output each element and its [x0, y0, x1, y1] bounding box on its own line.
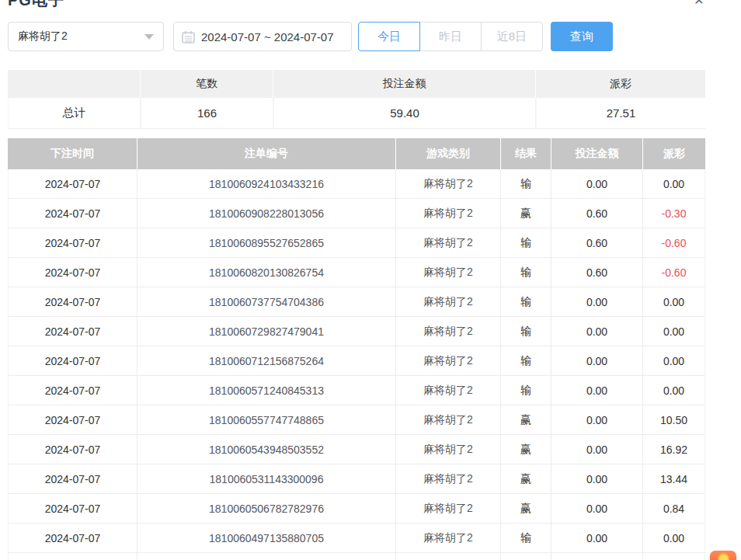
cell-bet-time: 2024-07-07 [8, 435, 137, 464]
table-row: 2024-07-07 1810060543948503552 麻将胡了2 赢 0… [8, 435, 705, 464]
cell-bet-time: 2024-07-07 [8, 464, 137, 493]
cell-bet-amount: 0.00 [551, 376, 643, 405]
col-header-game-type: 游戏类别 [396, 138, 501, 169]
cell-result: 赢 [501, 464, 551, 493]
cell-game-type: 麻将胡了2 [396, 376, 501, 405]
table-row: 2024-07-07 1810060712156875264 麻将胡了2 输 0… [8, 346, 705, 376]
summary-header-count: 笔数 [141, 70, 273, 98]
today-button[interactable]: 今日 [358, 22, 420, 51]
cell-bet-id: 1810060895527652865 [137, 228, 396, 257]
cell-bet-id: 1810060571240845313 [137, 376, 396, 405]
summary-header-row: 笔数 投注金额 派彩 [8, 70, 705, 98]
cell-bet-amount: 0.60 [551, 228, 643, 257]
summary-total-row: 总计 166 59.40 27.51 [8, 98, 705, 129]
chevron-down-icon [144, 34, 154, 40]
summary-header-payout: 派彩 [536, 70, 705, 98]
cell-bet-time: 2024-07-07 [8, 258, 137, 287]
cell-game-type: 麻将胡了2 [396, 169, 501, 198]
cell-result: 赢 [501, 405, 551, 434]
cell-result: 输 [501, 346, 551, 375]
coin-icon [718, 553, 729, 560]
last-8-days-button[interactable]: 近8日 [481, 22, 543, 51]
cell-bet-time: 2024-07-07 [8, 376, 137, 405]
col-header-result: 结果 [501, 138, 551, 169]
summary-header-blank [8, 70, 141, 98]
table-row: 2024-07-07 1810060820130826754 麻将胡了2 输 0… [8, 258, 705, 287]
cell-payout: 0.00 [643, 169, 705, 198]
cell-bet-time: 2024-07-07 [8, 199, 137, 228]
filter-bar: 麻将胡了2 2024-07-07 ~ 2024-07-07 今日 昨日 近8日 … [8, 22, 613, 51]
summary-total-payout: 27.51 [536, 98, 705, 128]
cell-bet-id: 1810060497135880705 [137, 523, 396, 552]
cell-bet-amount: 0.00 [551, 494, 643, 523]
summary-total-label: 总计 [8, 98, 141, 128]
cell-game-type: 麻将胡了2 [396, 258, 501, 287]
table-row: 2024-07-07 1810060729827479041 麻将胡了2 输 0… [8, 317, 705, 346]
table-row: 2024-07-07 1810060497135880705 麻将胡了2 输 0… [8, 523, 705, 553]
summary-header-bet-amount: 投注金额 [273, 70, 536, 98]
table-row: 2024-07-07 1810060557747748865 麻将胡了2 赢 0… [8, 405, 705, 435]
col-header-bet-time: 下注时间 [8, 138, 137, 169]
cell-bet-amount: 0.00 [551, 317, 643, 346]
quick-range-group: 今日 昨日 近8日 [358, 22, 543, 51]
cell-bet-id: 1810060531143300096 [137, 464, 396, 493]
cell-bet-time: 2024-07-07 [8, 523, 137, 552]
cell-bet-time: 2024-07-07 [8, 346, 137, 375]
table-row: 2024-07-07 1810060895527652865 麻将胡了2 输 0… [8, 228, 705, 258]
cell-payout: -0.60 [643, 258, 705, 287]
cell-game-type: 麻将胡了2 [396, 228, 501, 257]
cell-bet-amount: 0.60 [551, 258, 643, 287]
cell-result: 输 [501, 169, 551, 198]
cell-bet-amount: 0.00 [551, 523, 643, 552]
page-title: PG电子 [8, 0, 64, 11]
yesterday-button[interactable]: 昨日 [419, 22, 482, 51]
table-row-partial [8, 553, 705, 560]
cell-bet-amount: 0.00 [551, 405, 643, 434]
cell-bet-time: 2024-07-07 [8, 494, 137, 523]
cell-result: 赢 [501, 494, 551, 523]
cell-bet-time: 2024-07-07 [8, 317, 137, 346]
cell-bet-id: 1810060729827479041 [137, 317, 396, 346]
summary-total-bet-amount: 59.40 [273, 98, 536, 128]
cell-bet-id: 1810060557747748865 [137, 405, 396, 434]
col-header-bet-id: 注单编号 [137, 138, 396, 169]
query-button[interactable]: 查询 [551, 22, 613, 51]
close-icon[interactable]: × [694, 0, 704, 8]
col-header-bet-amount: 投注金额 [551, 138, 643, 169]
cell-bet-id: 1810060543948503552 [137, 435, 396, 464]
cell-bet-id: 1810060737754704386 [137, 287, 396, 316]
cell-game-type: 麻将胡了2 [396, 405, 501, 434]
table-row: 2024-07-07 1810060506782782976 麻将胡了2 赢 0… [8, 494, 705, 523]
game-select[interactable]: 麻将胡了2 [8, 22, 164, 51]
cell-game-type: 麻将胡了2 [396, 199, 501, 228]
table-row: 2024-07-07 1810060908228013056 麻将胡了2 赢 0… [8, 199, 705, 228]
cell-result: 输 [501, 228, 551, 257]
cell-bet-id: 1810060712156875264 [137, 346, 396, 375]
table-row: 2024-07-07 1810060737754704386 麻将胡了2 输 0… [8, 287, 705, 317]
cell-payout: 13.44 [643, 464, 705, 493]
cell-bet-amount: 0.00 [551, 435, 643, 464]
cell-bet-amount: 0.00 [551, 464, 643, 493]
date-range-input[interactable]: 2024-07-07 ~ 2024-07-07 [173, 22, 352, 51]
cell-bet-amount: 0.00 [551, 169, 643, 198]
cell-result: 输 [501, 376, 551, 405]
cell-payout: 0.00 [643, 346, 705, 375]
cell-result: 输 [501, 523, 551, 552]
cell-result: 赢 [501, 435, 551, 464]
cell-game-type: 麻将胡了2 [396, 494, 501, 523]
col-header-payout: 派彩 [643, 138, 705, 169]
cell-bet-time: 2024-07-07 [8, 228, 137, 257]
promo-float-button[interactable] [710, 551, 736, 560]
date-range-value: 2024-07-07 ~ 2024-07-07 [201, 30, 334, 43]
cell-payout: 0.00 [643, 317, 705, 346]
cell-result: 输 [501, 317, 551, 346]
cell-payout: 0.00 [643, 376, 705, 405]
cell-payout: 16.92 [643, 435, 705, 464]
cell-bet-amount: 0.00 [551, 346, 643, 375]
table-header-row: 下注时间 注单编号 游戏类别 结果 投注金额 派彩 [8, 138, 705, 169]
calendar-icon [182, 30, 195, 43]
cell-bet-id: 1810060924103433216 [137, 169, 396, 198]
cell-bet-amount: 0.00 [551, 287, 643, 316]
cell-game-type: 麻将胡了2 [396, 464, 501, 493]
cell-payout: -0.60 [643, 228, 705, 257]
